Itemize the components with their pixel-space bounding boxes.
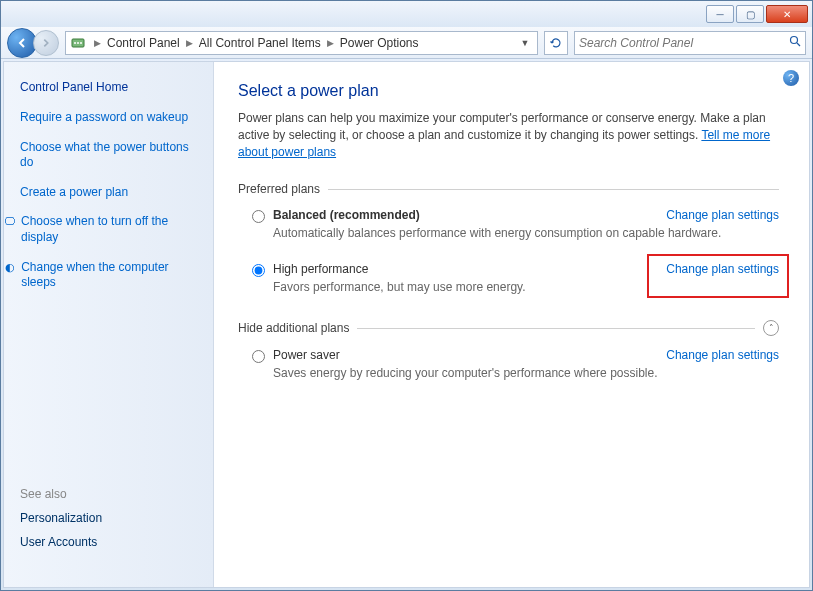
change-plan-settings-link[interactable]: Change plan settings (666, 208, 779, 222)
plan-desc: Favors performance, but may use more ene… (273, 280, 779, 294)
intro-text: Power plans can help you maximize your c… (238, 110, 779, 160)
chevron-right-icon: ▶ (90, 38, 105, 48)
refresh-button[interactable] (544, 31, 568, 55)
sidebar-home-link[interactable]: Control Panel Home (20, 80, 197, 94)
change-plan-settings-link[interactable]: Change plan settings (666, 262, 779, 276)
chevron-up-icon[interactable]: ˄ (763, 320, 779, 336)
breadcrumb-dropdown[interactable]: ▼ (517, 38, 533, 48)
nav-forward-button[interactable] (33, 30, 59, 56)
seealso-link-user-accounts[interactable]: User Accounts (20, 535, 197, 549)
preferred-plans-header: Preferred plans (238, 182, 779, 196)
sidebar: Control Panel Home Require a password on… (4, 62, 214, 587)
plan-radio-high-performance[interactable] (252, 264, 265, 277)
plan-high-performance: High performance Change plan settings Fa… (238, 262, 779, 310)
help-icon[interactable]: ? (783, 70, 799, 86)
plan-balanced: Balanced (recommended) Change plan setti… (238, 208, 779, 256)
plan-desc: Automatically balances performance with … (273, 226, 779, 240)
breadcrumb-item[interactable]: All Control Panel Items (197, 34, 323, 52)
breadcrumb-item[interactable]: Power Options (338, 34, 421, 52)
plan-name: High performance (273, 262, 368, 276)
svg-point-2 (77, 42, 79, 44)
svg-point-3 (80, 42, 82, 44)
plan-name: Balanced (recommended) (273, 208, 420, 222)
hide-additional-header[interactable]: Hide additional plans ˄ (238, 320, 779, 336)
refresh-icon (550, 37, 562, 49)
preferred-plans-label: Preferred plans (238, 182, 320, 196)
plan-power-saver: Power saver Change plan settings Saves e… (238, 348, 779, 396)
see-also-section: See also Personalization User Accounts (20, 487, 197, 569)
sidebar-link-label: Require a password on wakeup (20, 110, 188, 126)
control-panel-icon (70, 35, 86, 51)
svg-point-1 (74, 42, 76, 44)
sidebar-link-label: Choose when to turn off the display (21, 214, 197, 245)
main-panel: ? Select a power plan Power plans can he… (214, 62, 809, 587)
plan-desc: Saves energy by reducing your computer's… (273, 366, 779, 380)
sidebar-link-label: Create a power plan (20, 185, 128, 201)
sidebar-link-power-buttons[interactable]: Choose what the power buttons do (20, 140, 197, 171)
page-title: Select a power plan (238, 82, 779, 100)
chevron-right-icon: ▶ (323, 38, 338, 48)
sidebar-link-password-wakeup[interactable]: Require a password on wakeup (20, 110, 197, 126)
moon-icon: ◐ (2, 260, 17, 274)
divider (328, 189, 779, 190)
sidebar-link-turn-off-display[interactable]: 🖵 Choose when to turn off the display (20, 214, 197, 245)
svg-point-4 (791, 37, 798, 44)
monitor-icon: 🖵 (2, 214, 17, 228)
chevron-right-icon: ▶ (182, 38, 197, 48)
content-area: Control Panel Home Require a password on… (3, 61, 810, 588)
window-frame: ─ ▢ ✕ ▶ Control Panel ▶ All Control Pane… (0, 0, 813, 591)
sidebar-link-create-plan[interactable]: Create a power plan (20, 185, 197, 201)
see-also-title: See also (20, 487, 197, 501)
sidebar-link-label: Change when the computer sleeps (21, 260, 197, 291)
arrow-right-icon (40, 37, 52, 49)
plan-radio-power-saver[interactable] (252, 350, 265, 363)
change-plan-settings-link[interactable]: Change plan settings (666, 348, 779, 362)
svg-line-5 (797, 43, 800, 46)
seealso-link-personalization[interactable]: Personalization (20, 511, 197, 525)
plan-radio-balanced[interactable] (252, 210, 265, 223)
maximize-button[interactable]: ▢ (736, 5, 764, 23)
sidebar-link-sleep[interactable]: ◐ Change when the computer sleeps (20, 260, 197, 291)
search-input[interactable] (579, 36, 789, 50)
plan-name: Power saver (273, 348, 340, 362)
arrow-left-icon (15, 36, 29, 50)
intro-body: Power plans can help you maximize your c… (238, 111, 766, 142)
search-icon (789, 35, 801, 50)
sidebar-link-label: Choose what the power buttons do (20, 140, 197, 171)
search-box[interactable] (574, 31, 806, 55)
breadcrumb-item[interactable]: Control Panel (105, 34, 182, 52)
minimize-button[interactable]: ─ (706, 5, 734, 23)
close-button[interactable]: ✕ (766, 5, 808, 23)
hide-additional-label: Hide additional plans (238, 321, 349, 335)
divider (357, 328, 755, 329)
navbar: ▶ Control Panel ▶ All Control Panel Item… (1, 27, 812, 59)
titlebar: ─ ▢ ✕ (1, 1, 812, 27)
breadcrumb[interactable]: ▶ Control Panel ▶ All Control Panel Item… (65, 31, 538, 55)
